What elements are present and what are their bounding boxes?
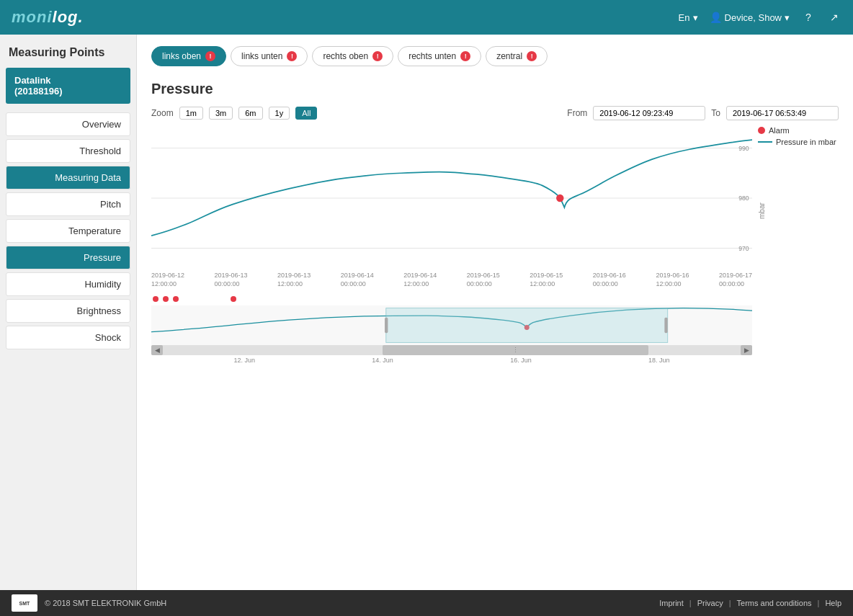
sidebar-title: Measuring Points [6, 46, 130, 59]
tab-rechts-oben-label: rechts oben [323, 51, 368, 61]
from-date-input[interactable] [593, 106, 705, 120]
sidebar-item-measuring-data[interactable]: Measuring Data [6, 166, 130, 189]
sidebar-item-humidity[interactable]: Humidity [6, 272, 130, 296]
language-selector[interactable]: En ▾ [679, 12, 698, 23]
alarm-dot-mini-2 [163, 296, 169, 302]
main-chart-svg: 990 980 970 [151, 126, 752, 270]
y-axis-label: mbar [758, 175, 766, 247]
tab-rechts-unten-label: rechts unten [408, 51, 456, 61]
scroll-thumb[interactable]: ⋮ [383, 345, 648, 355]
tab-links-unten-alert: ! [287, 51, 297, 61]
logout-icon[interactable]: ↗ [827, 10, 841, 24]
alarm-dot-mini-1 [153, 296, 158, 302]
chart-right-panel: Alarm Pressure in mbar mbar [752, 126, 839, 247]
user-arrow: ▾ [785, 12, 790, 23]
scroll-left-btn[interactable]: ◀ [151, 345, 163, 355]
svg-text:980: 980 [738, 195, 749, 202]
zoom-3m[interactable]: 3m [209, 107, 233, 120]
app-header: monilog. En ▾ 👤 Device, Show ▾ ? ↗ [0, 0, 853, 35]
zoom-controls: Zoom 1m 3m 6m 1y All [151, 107, 317, 120]
tab-rechts-oben-alert: ! [372, 51, 383, 61]
tab-zentral[interactable]: zentral ! [486, 46, 548, 66]
user-label: Device, Show [725, 12, 782, 23]
tab-links-oben-label: links oben [162, 51, 201, 61]
imprint-link[interactable]: Imprint [659, 599, 684, 607]
mini-x-labels: 12. Jun 14. Jun 16. Jun 18. Jun [151, 357, 752, 364]
terms-link[interactable]: Terms and conditions [737, 599, 812, 607]
svg-text:970: 970 [738, 245, 749, 252]
chart-title: Pressure [151, 81, 839, 97]
privacy-link[interactable]: Privacy [697, 599, 723, 607]
copyright: © 2018 SMT ELEKTRONIK GmbH [45, 599, 166, 607]
alarm-dot-mini-3 [173, 296, 179, 302]
zoom-label: Zoom [151, 108, 174, 118]
y-axis-unit: mbar [758, 203, 766, 220]
help-link[interactable]: Help [825, 599, 841, 607]
tab-links-oben-alert: ! [205, 51, 215, 61]
sidebar-item-pitch[interactable]: Pitch [6, 192, 130, 216]
sidebar-item-shock[interactable]: Shock [6, 326, 130, 349]
sidebar-item-pressure[interactable]: Pressure [6, 246, 130, 269]
user-icon: 👤 [710, 12, 722, 23]
svg-rect-9 [664, 318, 667, 334]
zoom-6m[interactable]: 6m [238, 107, 262, 120]
chart-controls: Zoom 1m 3m 6m 1y All From To [151, 106, 839, 120]
legend-alarm-label: Alarm [769, 126, 790, 135]
zoom-1y[interactable]: 1y [269, 107, 290, 120]
device-name: Datalink [14, 75, 122, 86]
alarm-dot-1 [556, 195, 563, 202]
device-item[interactable]: Datalink (20188196) [6, 68, 130, 104]
app-logo: monilog. [12, 8, 84, 27]
zoom-1m[interactable]: 1m [179, 107, 203, 120]
smt-logo: SMT [12, 594, 37, 612]
scroll-track[interactable]: ⋮ [163, 345, 741, 355]
chart-container: 990 980 970 2019-06-1212:00:00 2019-06-1… [151, 126, 752, 364]
sidebar-item-overview[interactable]: Overview [6, 112, 130, 136]
user-selector[interactable]: 👤 Device, Show ▾ [710, 12, 790, 23]
smt-text: SMT [19, 601, 30, 606]
tab-rechts-unten[interactable]: rechts unten ! [398, 46, 481, 66]
help-icon[interactable]: ? [801, 10, 816, 24]
legend-pressure: Pressure in mbar [758, 138, 839, 146]
scroll-right-btn[interactable]: ▶ [741, 345, 752, 355]
lang-label: En [679, 12, 690, 23]
mini-chart-wrapper: ◀ ⋮ ▶ 12. Jun 1 [151, 293, 752, 364]
legend-pressure-label: Pressure in mbar [776, 138, 836, 146]
mini-chart-container: ◀ ⋮ ▶ 12. Jun 1 [151, 305, 752, 364]
tab-bar: links oben ! links unten ! rechts oben !… [151, 46, 839, 66]
zoom-all[interactable]: All [295, 107, 317, 120]
tab-rechts-oben[interactable]: rechts oben ! [312, 46, 393, 66]
sidebar-item-brightness[interactable]: Brightness [6, 299, 130, 323]
alarm-legend-dot [758, 127, 765, 134]
mini-chart-svg [151, 305, 752, 345]
chart-wrapper: 990 980 970 2019-06-1212:00:00 2019-06-1… [151, 126, 839, 364]
tab-links-unten[interactable]: links unten ! [231, 46, 308, 66]
pressure-legend-line [758, 141, 772, 143]
svg-text:990: 990 [738, 145, 749, 152]
svg-rect-8 [385, 318, 388, 334]
app-footer: SMT © 2018 SMT ELEKTRONIK GmbH Imprint |… [0, 590, 853, 616]
footer-links: Imprint | Privacy | Terms and conditions… [659, 599, 841, 607]
sidebar-item-threshold[interactable]: Threshold [6, 139, 130, 163]
tab-rechts-unten-alert: ! [460, 51, 470, 61]
chart-row: 990 980 970 2019-06-1212:00:00 2019-06-1… [151, 126, 839, 364]
tab-links-unten-label: links unten [241, 51, 282, 61]
sidebar-item-temperature[interactable]: Temperature [6, 219, 130, 243]
chart-scrollbar[interactable]: ◀ ⋮ ▶ [151, 345, 752, 355]
tab-links-oben[interactable]: links oben ! [151, 46, 226, 66]
footer-left: SMT © 2018 SMT ELEKTRONIK GmbH [12, 594, 166, 612]
device-id: (20188196) [14, 86, 122, 97]
header-right: En ▾ 👤 Device, Show ▾ ? ↗ [679, 10, 841, 24]
to-date-input[interactable] [726, 106, 839, 120]
alarm-dots-row [151, 293, 752, 305]
main-layout: Measuring Points Datalink (20188196) Ove… [0, 35, 853, 590]
sidebar: Measuring Points Datalink (20188196) Ove… [0, 35, 137, 590]
legend-alarm: Alarm [758, 126, 839, 135]
tab-zentral-label: zentral [496, 51, 522, 61]
to-label: To [711, 108, 720, 118]
from-label: From [567, 108, 587, 118]
alarm-dot-mini-4 [231, 296, 236, 302]
date-range: From To [567, 106, 839, 120]
svg-rect-7 [386, 308, 668, 343]
tab-zentral-alert: ! [527, 51, 537, 61]
